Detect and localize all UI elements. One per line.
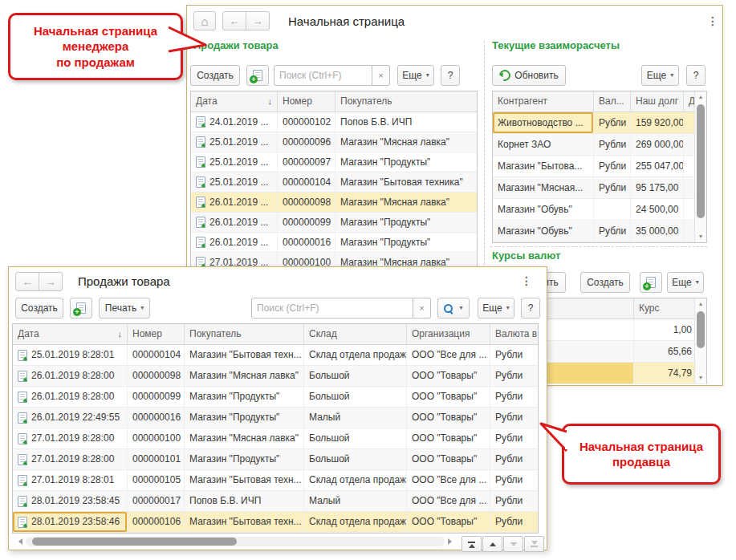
cell-date[interactable]: 26.01.2019 8:28:00 [13,387,128,407]
column-header-date[interactable]: Дата ↓ [13,324,128,344]
cell-date[interactable]: 25.01.2019 8:28:01 [13,345,128,365]
go-prev-button[interactable] [482,536,502,552]
cell-currency[interactable]: Рубли [490,387,538,407]
column-header-rate[interactable]: Курс [634,298,697,319]
cell-our-debt[interactable]: 35 000,00 [631,221,684,241]
table-row[interactable]: 28.01.2019 23:58:46 000000106 Магазин "Б… [13,512,538,533]
cell-our-debt[interactable]: 269 000,00 [631,134,684,155]
create-copy-button[interactable] [640,272,662,293]
cell-buyer[interactable]: Магазин "Мясная лавка" [185,366,304,386]
table-row[interactable]: 27.01.2019 8:28:00 000000101 Магазин "Пр… [13,449,538,470]
table-row[interactable]: 26.01.2019 22:49:55 000000016 Магазин "П… [13,408,538,428]
table-row[interactable]: Магазин "Обувь" Рубли 35 000,00 [493,221,706,242]
cell-org[interactable]: ООО "Товары" [407,366,490,386]
go-next-button[interactable] [503,536,523,552]
cell-number[interactable]: 000000016 [278,233,335,252]
cell-date[interactable]: 25.01.2019 ... [191,172,278,192]
cell-date[interactable]: 28.01.2019 23:58:45 [13,491,128,511]
search-input[interactable] [251,298,413,319]
cell-currency[interactable]: Рубли [594,177,631,198]
cell-warehouse[interactable]: Большой [304,449,407,469]
cell-buyer[interactable]: Магазин "Продукты" [335,233,477,252]
cell-number[interactable]: 000000105 [128,470,185,490]
cell-number[interactable]: 000000097 [278,152,335,172]
cell-buyer[interactable]: Магазин "Бытовая техн... [185,345,304,365]
cell-date[interactable]: 27.01.2019 8:28:01 [13,470,128,490]
table-row[interactable]: 26.01.2019 ... 000000098 Магазин "Мясная… [191,193,477,213]
table-row[interactable]: 26.01.2019 8:28:00 000000099 Магазин "Пр… [13,387,538,408]
back-button[interactable]: ← [223,12,246,30]
column-header-warehouse[interactable]: Склад [304,324,407,344]
back-button[interactable]: ← [16,273,39,290]
scroll-right-icon[interactable] [448,538,455,545]
cell-buyer[interactable]: Попов Б.В. ИЧП [185,491,304,511]
table-row[interactable]: 26.01.2019 8:28:00 000000098 Магазин "Мя… [13,366,538,387]
cell-currency[interactable]: Рубли [490,470,538,490]
cell-warehouse[interactable]: Склад отдела продаж [304,512,407,532]
cell-date[interactable]: 28.01.2019 23:58:46 [13,512,128,532]
scroll-left-icon[interactable] [15,538,22,545]
forward-button[interactable]: → [246,12,269,30]
cell-currency[interactable]: Рубли [594,221,631,241]
cell-number[interactable]: 000000101 [128,449,185,469]
create-copy-button[interactable] [246,65,269,86]
cell-currency[interactable]: Рубли [490,491,538,511]
cell-org[interactable]: ООО "Все для ... [407,470,490,490]
cell-rate[interactable]: 74,79 [634,363,697,383]
scrollbar-thumb[interactable] [32,538,237,546]
cell-buyer[interactable]: Магазин "Бытовая техн... [185,512,304,532]
column-header-number[interactable]: Номер [128,324,185,344]
column-header-contractor[interactable]: Контрагент [493,91,594,112]
cell-org[interactable]: ООО "Товары" [407,512,490,532]
search-input[interactable] [274,65,372,86]
cell-date[interactable]: 26.01.2019 ... [191,233,278,252]
cell-number[interactable]: 000000104 [128,345,185,365]
table-row[interactable]: 24.01.2019 ... 000000102 Попов Б.В. ИЧП [191,112,477,132]
cell-number[interactable]: 000000096 [278,132,335,152]
cell-buyer[interactable]: Магазин "Продукты" [335,213,477,232]
column-header-date[interactable]: Дата ↓ [191,91,278,112]
cell-contractor[interactable]: Животноводство ... [493,112,594,133]
window-menu-icon[interactable]: ⋮ [521,275,532,286]
cell-number[interactable]: 000000104 [278,172,335,192]
cell-buyer[interactable]: Магазин "Бытовая техн... [185,470,304,490]
column-header-buyer[interactable]: Покупатель [185,324,304,344]
cell-rate[interactable]: 65,66 [634,341,697,362]
cell-number[interactable]: 000000106 [128,512,185,532]
cell-warehouse[interactable]: Большой [304,428,407,448]
cell-number[interactable]: 000000100 [128,428,185,448]
cell-our-debt[interactable]: 159 920,00 [631,112,684,133]
column-header-org[interactable]: Организация [407,324,490,344]
clear-search-button[interactable]: × [413,298,431,319]
cell-date[interactable]: 24.01.2019 ... [191,112,278,132]
go-last-button[interactable] [524,536,544,552]
cell-currency[interactable]: Рубли [594,112,631,133]
table-row[interactable]: 28.01.2019 23:58:45 000000017 Попов Б.В.… [13,491,538,512]
column-header-buyer[interactable]: Покупатель [335,91,477,112]
cell-currency[interactable]: Рубли [490,345,538,365]
more-button[interactable]: Еще▾ [641,65,679,86]
cell-warehouse[interactable]: Малый [304,408,407,428]
table-row[interactable]: 26.01.2019 ... 000000016 Магазин "Продук… [191,233,477,253]
column-header-our-debt[interactable]: Наш долг [631,91,684,112]
cell-org[interactable]: ООО "Товары" [407,449,490,469]
cell-buyer[interactable]: Магазин "Продукты" [185,387,304,407]
table-row[interactable]: Корнет ЗАО Рубли 269 000,00 [493,134,706,156]
cell-date[interactable]: 26.01.2019 ... [191,193,278,212]
more-button[interactable]: Еще▾ [397,65,434,86]
cell-date[interactable]: 27.01.2019 8:28:00 [13,428,128,448]
cell-warehouse[interactable]: Большой [304,366,407,386]
cell-number[interactable]: 000000102 [278,112,335,132]
cell-buyer[interactable]: Попов Б.В. ИЧП [335,112,477,132]
table-row[interactable]: 27.01.2019 8:28:00 000000100 Магазин "Мя… [13,428,538,449]
cell-date[interactable]: 25.01.2019 ... [191,152,278,172]
print-button[interactable]: Печать▾ [99,298,150,319]
scroll-down-icon[interactable]: ▾ [695,232,706,241]
table-row[interactable]: Магазин "Мясная... Рубли 95 175,00 [493,177,706,199]
clear-search-button[interactable]: × [372,65,390,86]
search-options-button[interactable]: ▾ [437,298,470,319]
cell-buyer[interactable]: Магазин "Бытовая техника" [335,172,477,192]
cell-date[interactable]: 27.01.2019 8:28:00 [13,449,128,469]
column-header-currency[interactable]: Вал... [594,91,631,112]
scroll-up-icon[interactable]: ▴ [695,299,706,309]
